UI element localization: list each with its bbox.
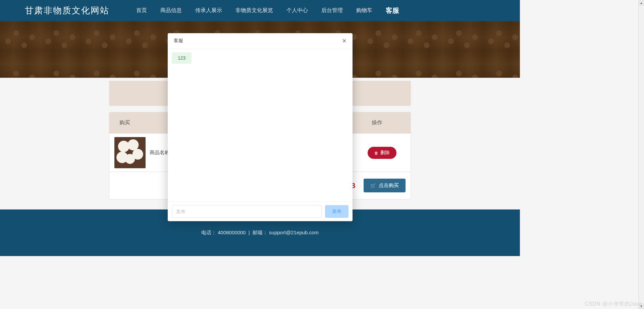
customer-service-modal: 客服 × 123 发布 xyxy=(168,33,353,221)
close-icon[interactable]: × xyxy=(342,37,346,45)
modal-footer: 发布 xyxy=(168,202,353,221)
modal-body[interactable]: 123 xyxy=(168,49,353,202)
message-input[interactable] xyxy=(172,205,322,218)
nav-inheritors[interactable]: 传承人展示 xyxy=(189,0,229,21)
phone-number: 4008000000 xyxy=(218,230,246,235)
send-button[interactable]: 发布 xyxy=(325,205,348,218)
delete-button[interactable]: 删除 xyxy=(368,147,396,159)
watermark: CSDN @小华哥的Java xyxy=(585,301,642,308)
modal-header: 客服 × xyxy=(168,33,353,49)
nav-products[interactable]: 商品信息 xyxy=(154,0,189,21)
browser-scrollbar[interactable]: ▲ ▼ xyxy=(638,0,644,309)
operation-cell: 删除 xyxy=(359,147,406,159)
scroll-up-icon[interactable]: ▲ xyxy=(639,0,644,6)
buy-button[interactable]: 点击购买 xyxy=(364,179,406,192)
main-nav: 首页 商品信息 传承人展示 非物质文化展览 个人中心 后台管理 购物车 客服 xyxy=(129,0,406,21)
email-label: 邮箱： xyxy=(253,230,268,235)
email-address: support@21epub.com xyxy=(269,230,319,235)
chat-message: 123 xyxy=(172,52,192,64)
product-image xyxy=(114,137,146,168)
divider: | xyxy=(249,230,250,235)
site-header: 甘肃非物质文化网站 首页 商品信息 传承人展示 非物质文化展览 个人中心 后台管… xyxy=(0,0,520,21)
phone-label: 电话： xyxy=(201,230,216,235)
nav-cart[interactable]: 购物车 xyxy=(350,0,379,21)
nav-service[interactable]: 客服 xyxy=(379,0,406,21)
nav-exhibition[interactable]: 非物质文化展览 xyxy=(229,0,280,21)
th-operation: 操作 xyxy=(354,119,400,126)
nav-home[interactable]: 首页 xyxy=(129,0,154,21)
cart-icon xyxy=(370,183,376,188)
buy-label: 点击购买 xyxy=(379,182,399,189)
site-title: 甘肃非物质文化网站 xyxy=(25,5,109,16)
modal-title: 客服 xyxy=(174,38,183,44)
trash-icon xyxy=(374,150,378,156)
nav-profile[interactable]: 个人中心 xyxy=(280,0,315,21)
nav-admin[interactable]: 后台管理 xyxy=(315,0,350,21)
delete-label: 删除 xyxy=(380,150,390,156)
